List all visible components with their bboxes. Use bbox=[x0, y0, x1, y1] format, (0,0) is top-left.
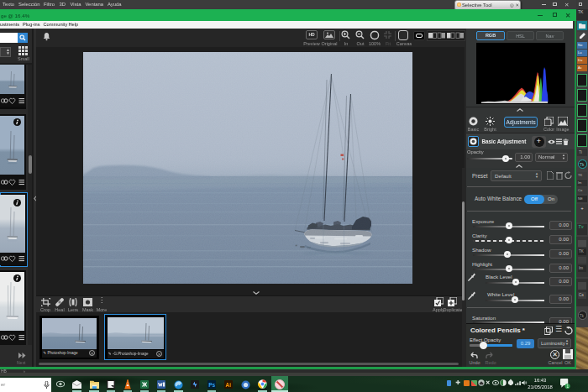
svg-text:Ps: Ps bbox=[208, 382, 215, 388]
svg-text:Ai: Ai bbox=[226, 382, 232, 388]
svg-text:Tk: Tk bbox=[580, 162, 585, 167]
svg-text:Tk: Tk bbox=[580, 314, 585, 318]
svg-text:1: 1 bbox=[566, 384, 569, 389]
